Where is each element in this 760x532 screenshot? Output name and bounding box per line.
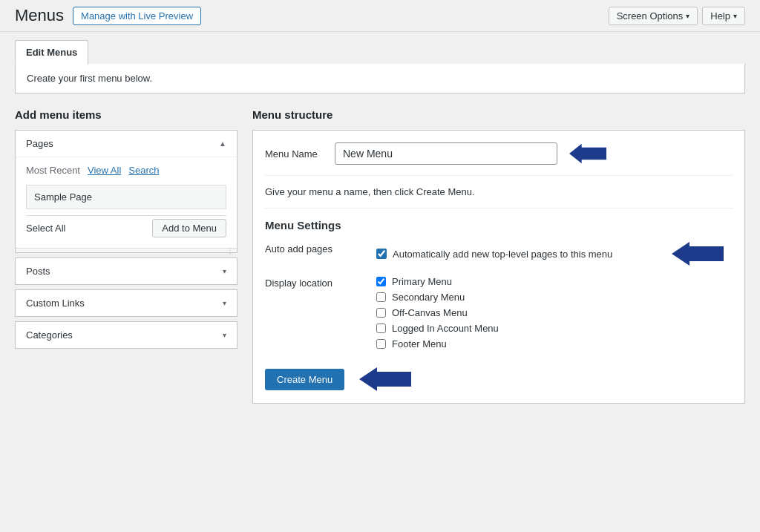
top-bar-right: Screen Options ▾ Help ▾ [609, 7, 745, 25]
posts-label: Posts [26, 266, 50, 277]
custom-links-collapse-icon: ▾ [223, 299, 226, 307]
arrow-to-input-icon [569, 143, 606, 164]
auto-add-checkbox-label: Automatically add new top-level pages to… [393, 249, 612, 260]
location-secondary-checkbox[interactable] [376, 292, 386, 302]
menu-name-input-wrap [335, 142, 606, 165]
auto-add-checkbox[interactable] [376, 249, 387, 259]
arrow-to-checkbox-icon [672, 242, 724, 266]
location-offcanvas-row[interactable]: Off-Canvas Menu [376, 307, 499, 318]
help-label: Help [710, 10, 730, 22]
select-all-label: Select All [26, 223, 65, 234]
notice-box: Create your first menu below. [15, 64, 745, 93]
categories-label: Categories [26, 329, 73, 341]
hint-text: Give your menu a name, then click Create… [265, 176, 733, 208]
auto-add-label: Auto add pages [265, 242, 361, 266]
location-offcanvas-label: Off-Canvas Menu [392, 307, 468, 318]
auto-add-content: Automatically add new top-level pages to… [376, 242, 724, 266]
pages-item-sample: Sample Page [26, 185, 226, 209]
categories-accordion: Categories ▾ [15, 321, 238, 349]
create-menu-row: Create Menu [265, 360, 733, 391]
add-to-menu-button[interactable]: Add to Menu [152, 219, 226, 237]
svg-marker-0 [569, 144, 606, 164]
create-menu-button[interactable]: Create Menu [265, 369, 344, 390]
display-location-label: Display location [265, 276, 361, 349]
notice-text: Create your first menu below. [27, 73, 152, 84]
posts-accordion: Posts ▾ [15, 257, 238, 285]
top-bar-left: Menus Manage with Live Preview [15, 6, 201, 25]
menu-structure-title: Menu structure [252, 108, 745, 121]
top-bar: Menus Manage with Live Preview Screen Op… [0, 0, 760, 32]
select-all-row: Select All Add to Menu [26, 215, 226, 237]
tab-edit-menus[interactable]: Edit Menus [15, 40, 88, 65]
location-primary-checkbox[interactable] [376, 277, 386, 286]
location-footer-label: Footer Menu [392, 338, 447, 349]
location-primary-row[interactable]: Primary Menu [376, 276, 499, 287]
menu-name-row: Menu Name [265, 142, 733, 176]
location-footer-checkbox[interactable] [376, 339, 386, 349]
pages-most-recent-tab[interactable]: Most Recent [26, 165, 80, 176]
menu-name-input[interactable] [335, 142, 557, 165]
location-loggedin-row[interactable]: Logged In Account Menu [376, 323, 499, 334]
help-arrow-icon: ▾ [733, 12, 737, 20]
auto-add-checkbox-row[interactable]: Automatically add new top-level pages to… [376, 249, 612, 260]
display-location-row: Display location Primary Menu Secondary … [265, 276, 733, 349]
location-secondary-label: Secondary Menu [392, 292, 465, 303]
screen-options-button[interactable]: Screen Options ▾ [609, 7, 698, 25]
location-loggedin-label: Logged In Account Menu [392, 323, 499, 334]
posts-accordion-header[interactable]: Posts ▾ [16, 258, 237, 284]
help-button[interactable]: Help ▾ [702, 7, 745, 25]
posts-collapse-icon: ▾ [223, 267, 226, 275]
custom-links-label: Custom Links [26, 298, 85, 309]
right-column: Menu structure Menu Name Give your menu … [252, 108, 745, 404]
screen-options-arrow-icon: ▾ [686, 12, 689, 20]
auto-add-row: Auto add pages Automatically add new top… [265, 242, 733, 266]
pages-accordion-body: Most Recent View All Search Sample Page … [16, 157, 237, 248]
location-loggedin-checkbox[interactable] [376, 324, 386, 333]
pages-tab-links: Most Recent View All Search [26, 165, 226, 176]
menu-settings-title: Menu Settings [265, 219, 733, 231]
two-column-layout: Add menu items Pages ▲ Most Recent View … [15, 108, 745, 404]
arrow-to-create-menu-icon [359, 367, 411, 391]
pages-accordion-header[interactable]: Pages ▲ [16, 131, 237, 157]
location-offcanvas-checkbox[interactable] [376, 308, 386, 318]
location-secondary-row[interactable]: Secondary Menu [376, 292, 499, 303]
pages-accordion: Pages ▲ Most Recent View All Search Samp… [15, 130, 238, 253]
screen-options-label: Screen Options [617, 10, 684, 22]
pages-search-tab[interactable]: Search [128, 165, 159, 176]
pages-label: Pages [26, 138, 53, 149]
add-menu-items-title: Add menu items [15, 108, 238, 121]
menu-name-label: Menu Name [265, 148, 324, 160]
location-primary-label: Primary Menu [392, 276, 452, 287]
location-footer-row[interactable]: Footer Menu [376, 338, 499, 349]
display-location-content: Primary Menu Secondary Menu Off-Canvas M… [376, 276, 499, 349]
content-area: Edit Menus Create your first menu below.… [0, 32, 760, 418]
live-preview-button[interactable]: Manage with Live Preview [73, 7, 201, 25]
categories-accordion-header[interactable]: Categories ▾ [16, 322, 237, 348]
categories-collapse-icon: ▾ [223, 331, 226, 339]
svg-marker-2 [359, 367, 411, 391]
pages-view-all-tab[interactable]: View All [88, 165, 121, 176]
svg-marker-1 [672, 242, 724, 266]
custom-links-accordion: Custom Links ▾ [15, 289, 238, 317]
custom-links-accordion-header[interactable]: Custom Links ▾ [16, 290, 237, 316]
left-column: Add menu items Pages ▲ Most Recent View … [15, 108, 238, 353]
resize-handle[interactable]: ⋮ [16, 248, 237, 252]
menu-structure-panel: Menu Name Give your menu a name, then cl… [252, 130, 745, 404]
page-title: Menus [15, 6, 64, 25]
tab-bar: Edit Menus [15, 32, 745, 64]
pages-collapse-icon: ▲ [219, 139, 226, 148]
menu-settings-section: Menu Settings Auto add pages Automatical… [265, 208, 733, 391]
